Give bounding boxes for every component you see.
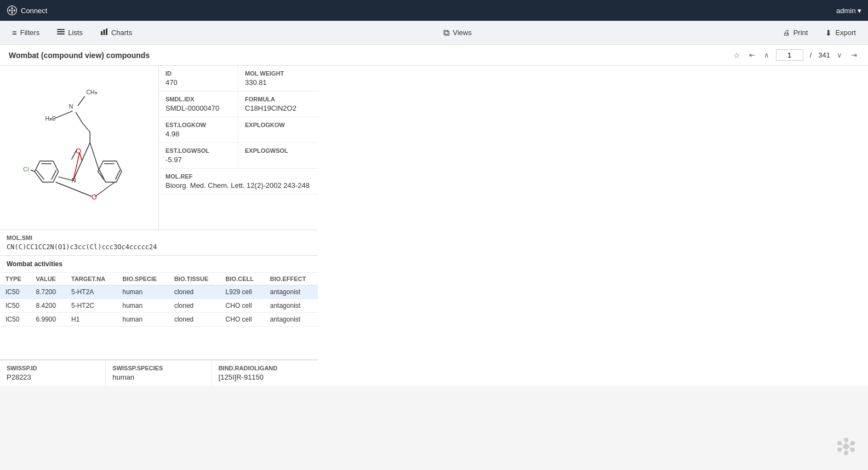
filters-button[interactable]: ≡ Filters [9,26,43,39]
export-icon: ⬇ [825,28,832,37]
table-cell: cloned [169,313,220,326]
toolbar: ≡ Filters Lists Charts [0,21,868,45]
svg-marker-25 [35,161,58,182]
svg-rect-9 [57,33,65,35]
svg-line-37 [30,170,35,171]
app-logo: Connect [7,5,47,16]
swissp-species-label: SWISSP.SPECIES [112,365,204,371]
swissp-id-value: P28223 [7,373,99,381]
user-menu[interactable]: admin ▾ [836,7,861,15]
svg-line-34 [55,182,91,196]
svg-line-35 [95,182,115,196]
id-label: ID [165,70,231,77]
exp-logkow-cell: EXPLOGKOW [238,117,318,143]
toolbar-left: ≡ Filters Lists Charts [9,26,135,39]
content-wrapper: CH₃ H₃C N O N [0,66,318,386]
svg-text:N: N [68,102,73,109]
swissp-id-label: SWISSP.ID [7,365,99,371]
export-button[interactable]: ⬇ Export [822,26,859,39]
views-icon: ⧉ [443,28,449,38]
id-cell: ID 470 [159,66,238,91]
swissp-species-value: human [112,373,204,381]
print-icon: 🖨 [783,28,790,37]
mol-weight-label: Mol Weight [245,70,311,77]
last-page-button[interactable]: ⇥ [849,50,859,60]
export-label: Export [835,28,856,37]
bind-radioligand-label: BIND.RADIOLIGAND [219,365,311,371]
est-logkow-label: EST.LOGKOW [165,122,231,128]
mol-smi-section: MOL.SMI CN(C)CC1CC2N(O1)c3cc(Cl)ccc3Oc4c… [0,230,318,256]
charts-button[interactable]: Charts [97,26,135,39]
col-species: BIO.SPECIE [117,273,168,285]
est-logkow-cell: EST.LOGKOW 4.98 [159,117,238,143]
swissp-species-cell: SWISSP.SPECIES human [106,360,212,386]
charts-icon [100,28,108,37]
username: admin [836,7,855,15]
mol-ref-value: Bioorg. Med. Chem. Lett. 12(2)-2002 243-… [165,181,311,190]
exp-logwsol-label: EXPLOGWSOL [245,147,311,154]
print-button[interactable]: 🖨 Print [780,26,812,39]
toolbar-center: ⧉ Views [440,26,475,40]
mol-ref-cell: MOL.REF Bioorg. Med. Chem. Lett. 12(2)-2… [159,169,318,194]
svg-point-3 [11,7,13,9]
filters-label: Filters [20,28,39,37]
table-cell: antagonist [265,299,318,313]
smdl-idx-value: SMDL-00000470 [165,104,231,112]
col-target: TARGET.NA [66,273,117,285]
table-cell: 5-HT2C [66,299,117,313]
table-cell: 8.7200 [30,285,66,299]
bind-radioligand-value: [125I]R-91150 [219,373,311,381]
first-page-button[interactable]: ⇤ [747,50,757,60]
exp-logkow-label: EXPLOGKOW [245,122,311,128]
main-panel: CH₃ H₃C N O N [0,66,868,386]
print-label: Print [793,28,808,37]
formula-label: Formula [245,96,311,102]
svg-line-32 [115,170,120,179]
svg-point-4 [11,12,13,14]
svg-line-38 [58,176,73,180]
table-cell: L929 cell [220,285,265,299]
formula-value: C18H19ClN2O2 [245,104,311,112]
mol-weight-value: 330.81 [245,78,311,87]
est-logwsol-value: -5.97 [165,156,231,164]
molecule-svg: CH₃ H₃C N O N [11,79,148,216]
activities-empty-space [0,326,318,359]
svg-point-1 [9,9,10,11]
svg-rect-10 [101,31,102,35]
formula-cell: Formula C18H19ClN2O2 [238,91,318,117]
mol-ref-label: MOL.REF [165,173,311,180]
svg-marker-29 [98,161,121,182]
table-cell: 6.9900 [30,313,66,326]
svg-text:CH₃: CH₃ [86,88,96,95]
page-number-input[interactable] [776,49,803,61]
properties-grid: ID 470 Mol Weight 330.81 SMDL.IDX SMDL-0… [159,66,318,194]
svg-rect-12 [106,28,107,35]
svg-text:O: O [92,193,97,201]
table-cell: IC50 [0,313,30,326]
smdl-idx-label: SMDL.IDX [165,96,231,102]
table-cell: H1 [66,313,117,326]
favorite-button[interactable]: ☆ [731,50,743,61]
activities-section: Wombat activities TYPE VALUE TARGET.NA B… [0,256,318,360]
next-page-button[interactable]: ∨ [835,50,844,60]
table-cell: IC50 [0,285,30,299]
lists-icon [57,28,65,37]
svg-text:O: O [76,147,81,154]
views-button[interactable]: ⧉ Views [440,26,475,40]
lists-button[interactable]: Lists [54,26,86,39]
activities-header: Wombat activities [0,256,318,273]
activities-table-header: TYPE VALUE TARGET.NA BIO.SPECIE BIO.TISS… [0,273,318,285]
table-cell: cloned [169,285,220,299]
top-bar-left: Connect [7,5,47,16]
page-title: Wombat (compound view) compounds [9,51,150,60]
properties-area: ID 470 Mol Weight 330.81 SMDL.IDX SMDL-0… [159,66,318,230]
smdl-idx-cell: SMDL.IDX SMDL-00000470 [159,91,238,117]
table-row: IC508.72005-HT2AhumanclonedL929 cellanta… [0,285,318,299]
prev-page-button[interactable]: ∧ [762,50,772,60]
mol-smi-label: MOL.SMI [7,234,311,241]
table-cell: human [117,313,168,326]
svg-line-18 [76,112,82,122]
col-tissue: BIO.TISSUE [169,273,220,285]
exp-logwsol-cell: EXPLOGWSOL [238,143,318,169]
filters-icon: ≡ [12,28,17,37]
